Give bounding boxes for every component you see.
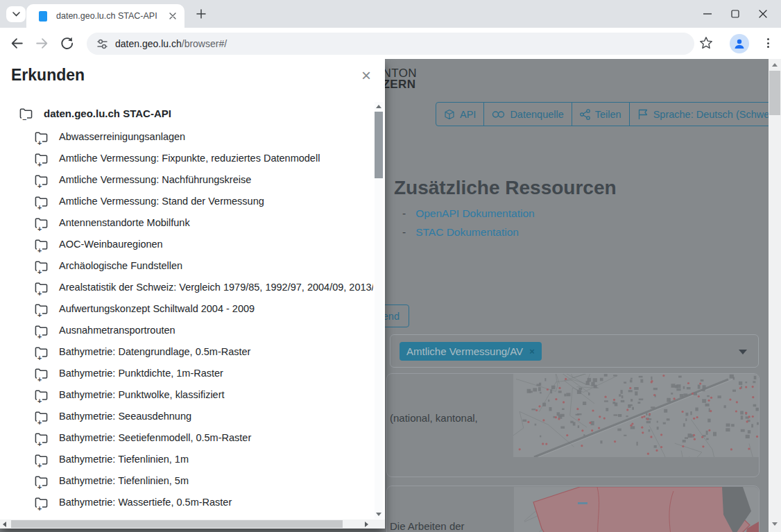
tree-hscrollbar-thumb[interactable] <box>11 520 343 528</box>
tree-scrollbar-thumb[interactable] <box>375 112 383 178</box>
tree-item-label: Abwasserreinigungsanlagen <box>59 131 185 142</box>
api-button[interactable]: API <box>436 102 484 126</box>
close-window-button[interactable] <box>749 0 777 28</box>
folder-plus-icon: + <box>35 368 48 379</box>
teilen-button[interactable]: Teilen <box>572 102 630 126</box>
collection-card-nachfuehrungskreise[interactable]: Die Arbeiten der <box>386 486 759 532</box>
datenquelle-button[interactable]: Datenquelle <box>483 102 572 126</box>
tree-vertical-scrollbar[interactable] <box>375 102 383 519</box>
select-caret-icon <box>739 350 747 354</box>
tree-item-label: Amtliche Vermessung: Fixpunkte, reduzier… <box>59 153 320 164</box>
tree-item-label: Amtliche Vermessung: Stand der Vermessun… <box>59 196 264 207</box>
tree-item[interactable]: + Amtliche Vermessung: Fixpunkte, reduzi… <box>35 150 320 166</box>
tab-search-button[interactable] <box>6 6 26 22</box>
page-scrollbar[interactable] <box>769 59 781 532</box>
folder-plus-icon: + <box>35 389 48 401</box>
forward-icon <box>35 36 49 51</box>
folder-plus-icon: + <box>35 497 48 508</box>
scroll-down-arrow[interactable] <box>376 513 381 516</box>
reload-button[interactable] <box>60 36 74 51</box>
tree-item[interactable]: + Antennenstandorte Mobilfunk <box>35 214 190 231</box>
tree-item[interactable]: + Bauzonen <box>35 515 104 519</box>
tab-title: daten.geo.lu.ch STAC-API <box>56 11 166 21</box>
maximize-button[interactable] <box>721 0 749 28</box>
folder-plus-icon: + <box>35 325 48 336</box>
minimize-button[interactable] <box>694 0 721 28</box>
maximize-icon <box>731 10 739 18</box>
panel-close-button[interactable]: × <box>361 67 371 84</box>
folder-plus-icon: + <box>35 518 48 520</box>
new-tab-button[interactable] <box>193 6 209 22</box>
scroll-left-arrow[interactable] <box>3 522 6 527</box>
tag-filter-select[interactable]: Amtliche Vermessung/AV × <box>390 334 759 368</box>
page-scrollbar-thumb[interactable] <box>769 71 780 115</box>
person-icon <box>733 37 746 50</box>
tree-horizontal-scrollbar[interactable] <box>0 520 385 529</box>
site-settings-icon[interactable] <box>96 38 108 50</box>
scroll-up-arrow[interactable] <box>376 105 381 108</box>
folder-plus-icon: + <box>35 196 48 207</box>
tree-item[interactable]: + Bathymetrie: Punktdichte, 1m-Raster <box>35 365 223 381</box>
language-button[interactable]: Sprache: Deutsch (Schweiz) <box>629 102 781 126</box>
tree-item[interactable]: + Amtliche Vermessung: Stand der Vermess… <box>35 193 264 209</box>
bookmark-star-button[interactable] <box>699 36 713 50</box>
tab-close-button[interactable] <box>166 10 179 22</box>
collection-tree: − daten.geo.lu.ch STAC-API + Abwasserrei… <box>0 99 373 519</box>
tree-item[interactable]: + Bathymetrie: Seeausdehnung <box>35 408 191 424</box>
tree-item-label: Amtliche Vermessung: Nachführungskreise <box>59 174 251 185</box>
tree-item[interactable]: + Bathymetrie: Tiefenlinien, 5m <box>35 472 189 489</box>
tree-item[interactable]: + Bathymetrie: Tiefenlinien, 1m <box>35 451 189 467</box>
tree-item[interactable]: + Bathymetrie: Seetiefenmodell, 0.5m-Ras… <box>35 429 251 446</box>
datenquelle-button-label: Datenquelle <box>510 109 563 120</box>
nachfuehrungskreise-map-thumbnail <box>514 487 759 532</box>
collection-card-fixpunkte[interactable]: (national, kantonal, <box>386 373 759 477</box>
browser-tab[interactable]: daten.geo.lu.ch STAC-API <box>26 4 184 28</box>
folder-plus-icon: + <box>35 282 48 293</box>
remove-tag-button[interactable]: × <box>529 346 535 357</box>
tree-item[interactable]: + Bathymetrie: Datengrundlage, 0.5m-Rast… <box>35 343 250 360</box>
resource-list-item: - OpenAPI Dokumentation <box>402 207 535 220</box>
scroll-up-arrow[interactable] <box>772 63 778 67</box>
scroll-right-arrow[interactable] <box>365 522 368 527</box>
close-icon <box>169 12 176 19</box>
card-text-fragment: Die Arbeiten der <box>390 520 465 532</box>
tree-item-label: Antennenstandorte Mobilfunk <box>59 217 190 228</box>
tree-item[interactable]: + AOC-Weinbauregionen <box>35 236 163 252</box>
folder-plus-icon: + <box>35 475 48 487</box>
tree-item-label: Bathymetrie: Seetiefenmodell, 0.5m-Raste… <box>59 432 251 443</box>
tree-item[interactable]: + Aufwertungskonzept Schiltwald 2004 - 2… <box>35 300 255 317</box>
catalog-action-bar: API Datenquelle Teilen Sprache: Deutsch … <box>436 102 781 126</box>
back-icon <box>10 36 24 51</box>
folder-open-icon: − <box>19 108 33 119</box>
card-text-fragment: (national, kantonal, <box>390 412 478 424</box>
tree-item[interactable]: + Archäologische Fundstellen <box>35 257 182 274</box>
tree-item-label: Ausnahmetransportrouten <box>59 325 175 336</box>
tree-item[interactable]: + Amtliche Vermessung: Nachführungskreis… <box>35 171 251 188</box>
back-button[interactable] <box>10 36 24 51</box>
tree-root-item[interactable]: − daten.geo.lu.ch STAC-API <box>19 105 171 121</box>
stac-doc-link[interactable]: STAC Dokumentation <box>415 226 519 239</box>
tree-item-label: Bathymetrie: Tiefenlinien, 1m <box>59 454 189 465</box>
folder-plus-icon: + <box>35 454 48 465</box>
tree-item-label: Archäologische Fundstellen <box>59 260 182 271</box>
tree-item-label: Aufwertungskonzept Schiltwald 2004 - 200… <box>59 303 255 314</box>
forward-button[interactable] <box>35 36 49 51</box>
folder-plus-icon: + <box>35 303 48 315</box>
address-bar[interactable]: daten.geo.lu.ch/browser#/ <box>87 33 694 55</box>
browser-menu-button[interactable] <box>762 36 774 50</box>
selected-tag-label: Amtliche Vermessung/AV <box>406 345 523 357</box>
tree-item[interactable]: + Abwasserreinigungsanlagen <box>35 128 185 145</box>
openapi-doc-link[interactable]: OpenAPI Dokumentation <box>415 207 534 220</box>
site-favicon <box>39 11 47 22</box>
tree-item-label: Bathymetrie: Tiefenlinien, 5m <box>59 475 189 486</box>
tree-item[interactable]: + Arealstatistik der Schweiz: Vergleich … <box>35 279 373 295</box>
close-icon <box>759 10 767 18</box>
teilen-button-label: Teilen <box>595 109 621 120</box>
api-button-label: API <box>460 109 476 120</box>
scroll-down-arrow[interactable] <box>772 522 778 526</box>
tree-item[interactable]: + Bathymetrie: Wassertiefe, 0.5m-Raster <box>35 494 232 510</box>
tree-item[interactable]: + Bathymetrie: Punktwolke, klassifiziert <box>35 386 225 403</box>
profile-avatar-button[interactable] <box>730 34 749 53</box>
tree-item[interactable]: + Ausnahmetransportrouten <box>35 322 175 338</box>
fixpunkte-map-thumbnail <box>513 374 759 457</box>
